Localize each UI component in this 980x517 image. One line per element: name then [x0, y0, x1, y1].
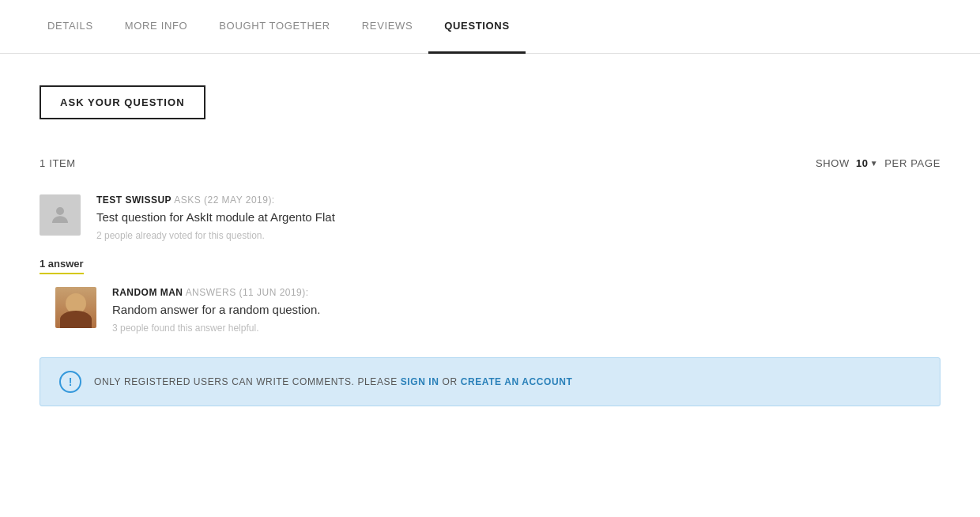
item-count: 1 ITEM	[40, 157, 76, 169]
per-page-label: PER PAGE	[884, 157, 940, 169]
list-header: 1 ITEM SHOW 10 ▼ PER PAGE	[40, 151, 940, 175]
info-banner: ! ONLY REGISTERED USERS CAN WRITE COMMEN…	[40, 357, 940, 406]
answer-avatar	[55, 287, 96, 328]
banner-prefix: ONLY REGISTERED USERS CAN WRITE COMMENTS…	[94, 376, 398, 387]
per-page-control: SHOW 10 ▼ PER PAGE	[816, 157, 940, 169]
main-content: ASK YOUR QUESTION 1 ITEM SHOW 10 ▼ PER P…	[0, 54, 980, 517]
ask-question-button[interactable]: ASK YOUR QUESTION	[40, 85, 205, 119]
question-text: Test question for AskIt module at Argent…	[96, 210, 940, 224]
tab-more-info[interactable]: MORE INFO	[109, 0, 204, 54]
answer-toggle-label[interactable]: 1 answer	[40, 258, 84, 274]
sign-in-link[interactable]: SIGN IN	[401, 376, 439, 387]
tab-questions[interactable]: QUESTIONS	[428, 0, 525, 54]
answer-toggle[interactable]: 1 answer	[40, 257, 940, 274]
question-block: TEST SWISSUP ASKS (22 MAY 2019): Test qu…	[40, 194, 940, 241]
question-author: TEST SWISSUP	[96, 194, 172, 206]
tab-reviews[interactable]: REVIEWS	[346, 0, 429, 54]
tabs-bar: DETAILS MORE INFO BOUGHT TOGETHER REVIEW…	[0, 0, 980, 54]
question-votes: 2 people already voted for this question…	[96, 230, 940, 241]
answer-meta: RANDOM MAN ANSWERS (11 JUN 2019):	[112, 287, 940, 298]
per-page-select[interactable]: 10 ▼	[856, 157, 878, 169]
create-account-link[interactable]: CREATE AN ACCOUNT	[461, 376, 573, 387]
question-meta: TEST SWISSUP ASKS (22 MAY 2019):	[96, 194, 940, 206]
question-content: TEST SWISSUP ASKS (22 MAY 2019): Test qu…	[96, 194, 940, 241]
chevron-down-icon: ▼	[870, 159, 879, 168]
show-label: SHOW	[816, 157, 850, 169]
per-page-value: 10	[856, 157, 869, 169]
answer-content: RANDOM MAN ANSWERS (11 JUN 2019): Random…	[112, 287, 940, 334]
answer-date: ANSWERS (11 JUN 2019):	[186, 287, 309, 298]
answer-text: Random answer for a random question.	[112, 303, 940, 316]
svg-point-0	[56, 207, 64, 215]
tab-details[interactable]: DETAILS	[32, 0, 109, 54]
answer-author: RANDOM MAN	[112, 287, 183, 298]
banner-text: ONLY REGISTERED USERS CAN WRITE COMMENTS…	[94, 376, 572, 387]
info-icon: !	[59, 371, 81, 393]
question-avatar	[40, 194, 81, 236]
question-date: ASKS (22 MAY 2019):	[174, 194, 274, 206]
tab-bought-together[interactable]: BOUGHT TOGETHER	[203, 0, 346, 54]
answer-block: RANDOM MAN ANSWERS (11 JUN 2019): Random…	[55, 287, 940, 334]
banner-or: OR	[443, 376, 461, 387]
answer-helpful: 3 people found this answer helpful.	[112, 323, 940, 334]
